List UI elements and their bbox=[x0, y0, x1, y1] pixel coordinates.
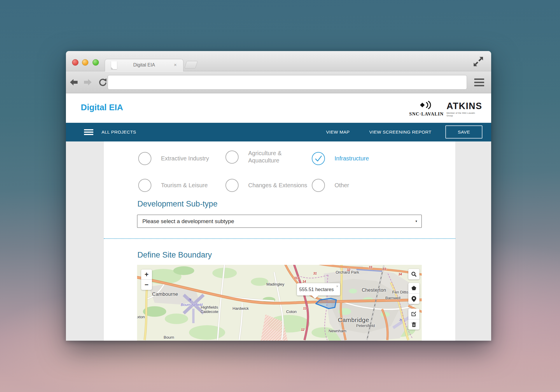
app-header: Digital EIA SNC·LAVALIN ATKINS Member of… bbox=[66, 93, 491, 123]
window-close-button[interactable] bbox=[72, 59, 78, 66]
radio-label: Changes & Extensions bbox=[248, 182, 307, 189]
radio-label: Other bbox=[335, 182, 349, 189]
select-value: Please select a development subtype bbox=[142, 218, 234, 224]
app-logo-text: Digital EIA bbox=[81, 103, 123, 112]
define-site-boundary-heading: Define Site Boundary bbox=[137, 251, 212, 260]
browser-titlebar: Digital EIA × bbox=[66, 51, 491, 71]
forward-button[interactable] bbox=[83, 78, 92, 87]
zoom-out-button[interactable]: − bbox=[141, 280, 152, 290]
radio-circle-checked-icon bbox=[312, 152, 325, 165]
polygon-icon bbox=[411, 286, 416, 291]
radio-label: Tourism & Leisure bbox=[161, 182, 208, 189]
radio-label: Agriculture & Aquaculture bbox=[248, 150, 282, 164]
address-bar[interactable] bbox=[108, 75, 467, 90]
snc-lavalin-wordmark: SNC·LAVALIN bbox=[409, 111, 444, 117]
edit-icon bbox=[411, 311, 416, 316]
area-tooltip-text: 555.51 hectares bbox=[297, 283, 336, 295]
back-button[interactable] bbox=[69, 78, 78, 87]
nav-view-screening-report[interactable]: VIEW SCREENING REPORT bbox=[369, 123, 431, 141]
tab-close-icon[interactable]: × bbox=[174, 62, 177, 68]
snc-lavalin-mark-icon bbox=[419, 100, 433, 110]
map-artwork: ✈ ✈ bbox=[137, 265, 422, 341]
development-subtype-heading: Development Sub-type bbox=[137, 200, 218, 209]
window-zoom-button[interactable] bbox=[92, 59, 99, 66]
snc-lavalin-logo: SNC·LAVALIN bbox=[409, 100, 444, 117]
site-boundary-map[interactable]: ✈ ✈ bbox=[137, 265, 422, 341]
atkins-wordmark: ATKINS bbox=[447, 102, 482, 111]
radio-circle-icon bbox=[138, 179, 151, 192]
reload-button[interactable] bbox=[99, 78, 107, 87]
zoom-in-button[interactable]: + bbox=[141, 270, 152, 280]
radio-label: Infrastructure bbox=[335, 155, 369, 162]
atkins-tagline: Member of the SNC-Lavalin Group bbox=[447, 112, 482, 117]
radio-option-changes-extensions[interactable]: Changes & Extensions bbox=[225, 179, 307, 192]
delete-boundary-button[interactable] bbox=[408, 319, 419, 330]
tooltip-close-icon[interactable]: × bbox=[336, 284, 338, 288]
marker-icon bbox=[412, 296, 416, 302]
page-content: Extractive Industry Agriculture & Aquacu… bbox=[66, 141, 491, 341]
trash-icon bbox=[412, 322, 416, 327]
development-subtype-select[interactable]: Please select a development subtype ▾ bbox=[137, 215, 422, 228]
new-tab-button[interactable] bbox=[184, 61, 198, 69]
nav-view-map[interactable]: VIEW MAP bbox=[326, 123, 350, 141]
radio-circle-icon bbox=[312, 179, 325, 192]
edit-boundary-button[interactable] bbox=[408, 309, 419, 319]
radio-option-other[interactable]: Other bbox=[312, 179, 349, 192]
browser-window: Digital EIA × Digital EIA bbox=[66, 51, 491, 341]
map-zoom-control: + − bbox=[141, 270, 152, 290]
search-icon bbox=[411, 271, 417, 277]
radio-circle-icon bbox=[225, 179, 239, 192]
radio-circle-icon bbox=[225, 150, 239, 164]
atkins-logo: ATKINS Member of the SNC-Lavalin Group bbox=[447, 102, 482, 117]
radio-option-agriculture-aquaculture[interactable]: Agriculture & Aquaculture bbox=[225, 150, 282, 164]
tab-title: Digital EIA bbox=[105, 62, 183, 68]
browser-menu-button[interactable] bbox=[474, 78, 484, 86]
browser-toolbar bbox=[66, 71, 491, 93]
browser-tab[interactable]: Digital EIA × bbox=[105, 59, 183, 71]
radio-circle-icon bbox=[138, 152, 151, 165]
fullscreen-expand-icon[interactable] bbox=[473, 56, 484, 67]
save-button[interactable]: SAVE bbox=[445, 125, 482, 139]
draw-polygon-button[interactable] bbox=[408, 283, 419, 293]
main-navbar: ALL PROJECTS VIEW MAP VIEW SCREENING REP… bbox=[66, 123, 491, 141]
radio-option-tourism-leisure[interactable]: Tourism & Leisure bbox=[138, 179, 208, 192]
radio-option-extractive-industry[interactable]: Extractive Industry bbox=[138, 152, 209, 165]
area-tooltip: 555.51 hectares × bbox=[297, 283, 340, 295]
window-minimize-button[interactable] bbox=[82, 59, 88, 66]
radio-option-infrastructure[interactable]: Infrastructure bbox=[312, 152, 369, 165]
nav-menu-button[interactable] bbox=[84, 129, 93, 135]
radio-label: Extractive Industry bbox=[161, 155, 209, 162]
section-divider bbox=[104, 238, 455, 239]
chevron-down-icon: ▾ bbox=[415, 215, 417, 228]
place-marker-button[interactable] bbox=[408, 293, 419, 304]
nav-all-projects[interactable]: ALL PROJECTS bbox=[102, 123, 136, 141]
map-search-button[interactable] bbox=[408, 269, 419, 279]
